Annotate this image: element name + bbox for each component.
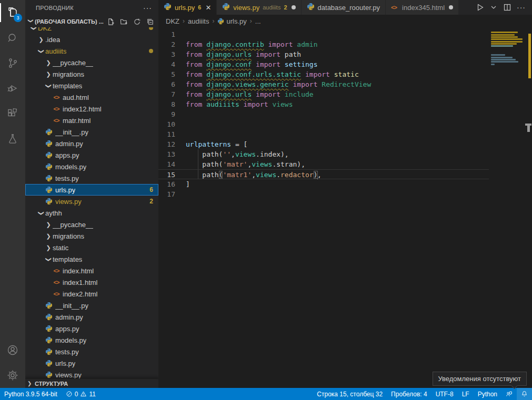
tree-item-views-py[interactable]: views.py <box>25 369 158 378</box>
chevron-down-icon: ❯ <box>38 209 45 217</box>
cursor-position-status[interactable]: Строка 15, столбец 32 <box>313 388 387 400</box>
python-file-icon <box>44 140 54 147</box>
tree-item-audiiits[interactable]: ❯audiiits <box>25 45 158 57</box>
tree-item-admin-py[interactable]: admin.py <box>25 311 158 323</box>
tree-item-apps-py[interactable]: apps.py <box>25 149 158 161</box>
tree-item-static[interactable]: ❯static <box>25 242 158 253</box>
html-file-icon: <> <box>52 117 61 124</box>
code-line-1: 1 <box>158 29 489 39</box>
split-editor-icon[interactable] <box>503 3 511 12</box>
tree-item-migrations[interactable]: ❯migrations <box>25 68 158 80</box>
settings-gear-icon[interactable] <box>0 363 25 388</box>
run-icon[interactable] <box>476 3 484 12</box>
error-count: 0 <box>75 391 78 398</box>
tree-item-templates[interactable]: ❯templates <box>25 80 158 91</box>
breadcrumb-item[interactable]: urls.py <box>217 17 246 25</box>
tree-item-tests-py[interactable]: tests.py <box>25 346 158 357</box>
new-file-icon[interactable] <box>107 18 115 26</box>
sidebar-more-actions-icon[interactable]: ··· <box>143 4 152 12</box>
structure-section-header[interactable]: ❯ СТРУКТУРА <box>25 378 158 388</box>
modified-dot-icon <box>292 5 296 9</box>
tree-item-tests-py[interactable]: tests.py <box>25 172 158 184</box>
encoding-status[interactable]: UTF-8 <box>431 388 458 400</box>
more-actions-icon[interactable]: ··· <box>517 3 526 12</box>
indentation-status[interactable]: Пробелов: 4 <box>387 388 431 400</box>
search-icon[interactable] <box>0 25 25 50</box>
source-control-icon[interactable] <box>0 50 25 76</box>
notification-text: Уведомления отсутствуют <box>438 375 521 383</box>
breadcrumb-item[interactable]: DKZ <box>166 17 179 25</box>
explorer-icon[interactable]: 3 <box>0 0 25 25</box>
run-debug-icon[interactable] <box>0 76 25 101</box>
tree-item--pycache-[interactable]: ❯__pycache__ <box>25 57 158 68</box>
python-interpreter-status[interactable]: Python 3.9.5 64-bit <box>0 388 62 400</box>
language-mode-status[interactable]: Python <box>474 388 501 400</box>
minimap-line <box>491 61 518 63</box>
tree-item-label: views.py <box>55 371 82 379</box>
tab-database-roouter-py[interactable]: database_roouter.py <box>302 0 386 15</box>
tree-item-aud-html[interactable]: <>aud.html <box>25 91 158 103</box>
activity-bar: 3 <box>0 0 25 388</box>
minimap-line <box>491 57 513 58</box>
account-icon[interactable] <box>0 337 25 363</box>
tree-item-label: models.py <box>55 336 86 344</box>
tree-item--pycache-[interactable]: ❯__pycache__ <box>25 219 158 230</box>
bell-icon[interactable] <box>517 388 532 400</box>
chevron-down-icon[interactable] <box>489 3 498 12</box>
tree-item-index12-html[interactable]: <>index12.html <box>25 103 158 115</box>
tree-item-index2-html[interactable]: <>index2.html <box>25 288 158 300</box>
tree-item-dkz[interactable]: ❯DKZ <box>25 27 158 34</box>
tree-item-urls-py[interactable]: urls.py <box>25 357 158 369</box>
tree-item-apps-py[interactable]: apps.py <box>25 323 158 334</box>
tab-index345-html[interactable]: <>index345.html <box>386 0 459 15</box>
tree-item-label: matr.html <box>63 117 91 125</box>
tree-item-models-py[interactable]: models.py <box>25 334 158 346</box>
close-icon[interactable]: ✕ <box>205 4 211 12</box>
tree-item-migrations[interactable]: ❯migrations <box>25 230 158 242</box>
tab-urls-py[interactable]: urls.py6✕ <box>158 0 217 15</box>
tree-item-models-py[interactable]: models.py <box>25 161 158 172</box>
tree-item-templates[interactable]: ❯templates <box>25 253 158 265</box>
tab-bar: urls.py6✕views.pyaudiiits2database_roout… <box>158 0 532 15</box>
extensions-icon[interactable] <box>0 101 25 126</box>
breadcrumb-label: audiiits <box>188 17 209 25</box>
tree-item--init-py[interactable]: __init__.py <box>25 126 158 138</box>
collapse-all-icon[interactable] <box>146 18 154 26</box>
refresh-icon[interactable] <box>133 18 141 26</box>
new-folder-icon[interactable] <box>120 18 128 26</box>
modified-dot-icon <box>449 5 453 9</box>
problems-status[interactable]: 0 11 <box>62 388 100 400</box>
feedback-icon[interactable] <box>501 388 517 400</box>
tree-item-aythh[interactable]: ❯aythh <box>25 207 158 219</box>
tree-item-label: aud.html <box>63 94 89 101</box>
line-number: 2 <box>158 39 186 49</box>
tab-views-py[interactable]: views.pyaudiiits2 <box>217 0 301 15</box>
breadcrumb-label: ... <box>255 17 261 25</box>
problems-badge: 2 <box>149 198 153 205</box>
breadcrumb-item[interactable]: audiiits <box>188 17 209 25</box>
problems-badge: 6 <box>149 186 153 193</box>
tree-item-label: urls.py <box>55 360 75 367</box>
tree-item-admin-py[interactable]: admin.py <box>25 138 158 149</box>
tree-item-index1-html[interactable]: <>index1.html <box>25 276 158 288</box>
tree-item-label: index12.html <box>63 105 102 113</box>
editor-actions: ··· <box>469 0 532 15</box>
eol-status[interactable]: LF <box>458 388 474 400</box>
tree-item-label: tests.py <box>55 348 79 356</box>
testing-icon[interactable] <box>0 126 25 151</box>
modified-dot-icon <box>149 49 153 53</box>
code-editor[interactable]: 12from django.contrib import admin3from … <box>158 27 532 388</box>
tree-item-urls-py[interactable]: urls.py6 <box>25 184 158 196</box>
breadcrumb: DKZ›audiiits›urls.py›... <box>158 15 532 27</box>
python-file-icon <box>44 163 54 170</box>
tree-item-index-html[interactable]: <>index.html <box>25 265 158 276</box>
tree-item--idea[interactable]: ❯.idea <box>25 34 158 45</box>
workspace-section-header[interactable]: ❯ (РАБОЧАЯ ОБЛАСТЬ) ... <box>25 16 158 27</box>
tree-item-matr-html[interactable]: <>matr.html <box>25 115 158 126</box>
overview-ruler[interactable] <box>525 27 532 388</box>
tree-item-label: urls.py <box>55 186 75 194</box>
tree-item--init-py[interactable]: __init__.py <box>25 300 158 311</box>
breadcrumb-item[interactable]: ... <box>255 17 261 25</box>
tree-item-views-py[interactable]: views.py2 <box>25 196 158 207</box>
minimap[interactable] <box>490 27 525 388</box>
